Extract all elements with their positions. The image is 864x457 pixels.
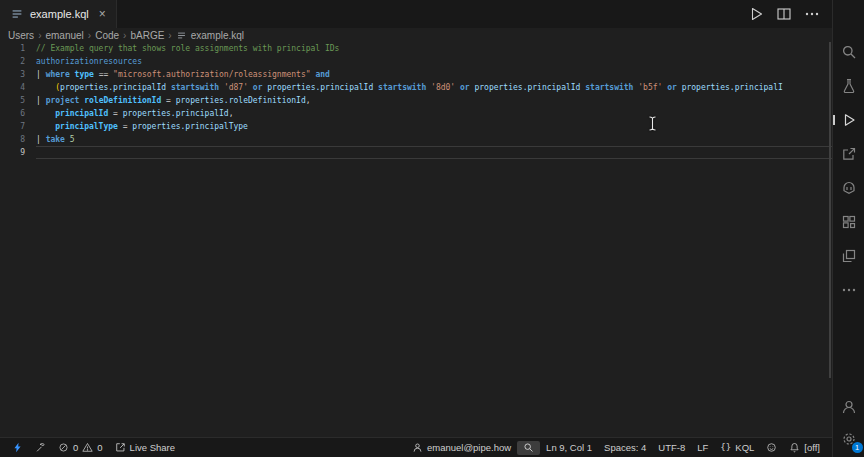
error-icon (58, 442, 69, 453)
braces-icon: {} (720, 442, 731, 453)
language-mode-label: KQL (735, 442, 754, 453)
line-number: 3 (0, 68, 36, 81)
tab-example-kql[interactable]: example.kql × (0, 0, 117, 28)
kql-file-icon (10, 7, 24, 21)
status-bar: 00Live Share emanuel@pipe.howLn 9, Col 1… (0, 437, 832, 457)
code-text: principalType = properties.principalType (36, 120, 832, 133)
code-line[interactable]: 9 (0, 146, 832, 159)
code-line[interactable]: 5| project roleDefinitionId = properties… (0, 94, 832, 107)
tab-close-button[interactable]: × (99, 8, 106, 20)
code-text (36, 146, 832, 159)
code-text: // Example query that shows role assignm… (36, 42, 832, 55)
code-text: | where type == "microsoft.authorization… (36, 68, 832, 81)
account-status[interactable]: emanuel@pipe.how (406, 438, 517, 457)
breadcrumb: Users›emanuel›Code›bARGE›example.kql (0, 28, 832, 42)
language-mode[interactable]: {}KQL (714, 438, 760, 457)
share-icon (115, 442, 126, 453)
eol-indicator[interactable]: LF (691, 438, 714, 457)
account-status-label: emanuel@pipe.how (427, 442, 511, 453)
code-lines: 1// Example query that shows role assign… (0, 42, 832, 159)
status-bar-left: 00Live Share (6, 438, 181, 457)
bell-icon (789, 442, 800, 453)
feedback[interactable] (760, 438, 783, 457)
status-bar-right: emanuel@pipe.howLn 9, Col 1Spaces: 4UTF-… (406, 438, 826, 457)
encoding-label: UTF-8 (658, 442, 685, 453)
editor[interactable]: 1// Example query that shows role assign… (0, 42, 832, 437)
magnifier-icon (523, 442, 534, 453)
line-number: 1 (0, 42, 36, 55)
notifications-off-label: [off] (804, 442, 820, 453)
notifications-off[interactable]: [off] (783, 438, 826, 457)
line-number: 5 (0, 94, 36, 107)
live-share-label: Live Share (130, 442, 175, 453)
editor-scrollbar[interactable] (829, 42, 831, 378)
code-line[interactable]: 4 (properties.principalId startswith 'd8… (0, 81, 832, 94)
cursor-position-label: Ln 9, Col 1 (546, 442, 592, 453)
activity-bar-top (833, 0, 864, 307)
breadcrumb-item[interactable]: bARGE (130, 30, 164, 41)
tab-bar: example.kql × (0, 0, 832, 28)
breadcrumb-file[interactable]: example.kql (191, 30, 244, 41)
code-line[interactable]: 3| where type == "microsoft.authorizatio… (0, 68, 832, 81)
export-icon[interactable] (833, 137, 864, 171)
copilot-icon[interactable] (833, 171, 864, 205)
indentation[interactable]: Spaces: 4 (598, 438, 652, 457)
layers-icon[interactable] (833, 239, 864, 273)
code-text: | project roleDefinitionId = properties.… (36, 94, 832, 107)
breadcrumb-separator: › (123, 30, 126, 41)
run-query-button[interactable] (748, 6, 764, 22)
settings-gear-icon[interactable]: 1 (833, 423, 864, 455)
more-icon[interactable] (833, 273, 864, 307)
line-number: 4 (0, 81, 36, 94)
split-editor-button[interactable] (776, 6, 792, 22)
code-line[interactable]: 8| take 5 (0, 133, 832, 146)
run-debug-icon[interactable] (833, 103, 864, 137)
breadcrumb-separator: › (38, 30, 41, 41)
account-icon[interactable] (833, 391, 864, 423)
breadcrumb-item[interactable]: Users (8, 30, 34, 41)
code-line[interactable]: 1// Example query that shows role assign… (0, 42, 832, 55)
live-share[interactable]: Live Share (109, 438, 181, 457)
code-text: principalId = properties.principalId, (36, 107, 832, 120)
line-number: 8 (0, 133, 36, 146)
code-line[interactable]: 6 principalId = properties.principalId, (0, 107, 832, 120)
activity-bar-bottom: 1 (833, 391, 864, 457)
remote-indicator[interactable] (6, 438, 29, 457)
breadcrumb-separator: › (168, 30, 171, 41)
problems-indicator-label: 0 (73, 442, 78, 453)
vscode-window: example.kql × Users›emanuel›Code›bARGE›e… (0, 0, 864, 457)
cursor-position[interactable]: Ln 9, Col 1 (540, 438, 598, 457)
breadcrumb-separator: › (88, 30, 91, 41)
more-actions-button[interactable] (804, 6, 820, 22)
code-text: authorizationresources (36, 55, 832, 68)
zoom-indicator[interactable] (517, 441, 540, 455)
indentation-label: Spaces: 4 (604, 442, 646, 453)
extensions-icon[interactable] (833, 205, 864, 239)
person-icon (412, 442, 423, 453)
line-number: 6 (0, 107, 36, 120)
activity-bar: 1 (832, 0, 864, 457)
breadcrumb-item[interactable]: Code (95, 30, 119, 41)
line-number: 7 (0, 120, 36, 133)
eol-indicator-label: LF (697, 442, 708, 453)
editor-actions (736, 0, 832, 28)
problems-indicator-label: 0 (97, 442, 102, 453)
problems-indicator[interactable]: 00 (52, 438, 109, 457)
tab-label: example.kql (30, 8, 89, 20)
warning-icon (82, 442, 93, 453)
code-text: | take 5 (36, 133, 832, 146)
breadcrumb-item[interactable]: emanuel (45, 30, 83, 41)
search-icon[interactable] (833, 35, 864, 69)
tools-item[interactable] (29, 438, 52, 457)
settings-badge: 1 (852, 442, 863, 453)
encoding[interactable]: UTF-8 (652, 438, 691, 457)
beaker-icon[interactable] (833, 69, 864, 103)
code-line[interactable]: 7 principalType = properties.principalTy… (0, 120, 832, 133)
tools-icon (35, 442, 46, 453)
code-line[interactable]: 2authorizationresources (0, 55, 832, 68)
kql-file-icon (176, 30, 187, 41)
main-column: example.kql × Users›emanuel›Code›bARGE›e… (0, 0, 832, 457)
code-text: (properties.principalId startswith 'd87'… (36, 81, 832, 94)
smiley-icon (766, 442, 777, 453)
line-number: 2 (0, 55, 36, 68)
